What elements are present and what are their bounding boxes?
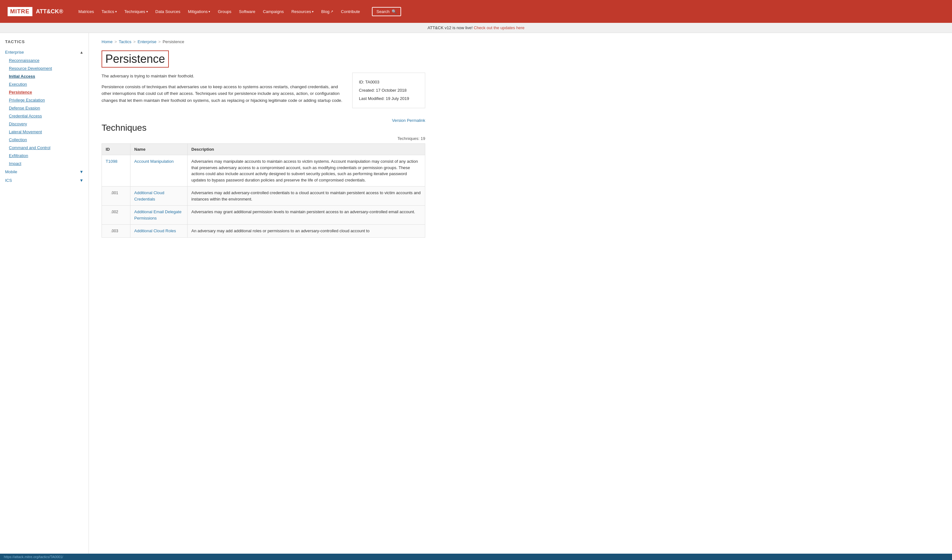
sub-technique-name-link[interactable]: Additional Cloud Roles: [134, 228, 176, 233]
sub-technique-name: Additional Cloud Roles: [130, 225, 187, 238]
nav-resources[interactable]: Resources ▾: [288, 7, 317, 16]
nav-blog[interactable]: Blog ↗: [318, 7, 336, 16]
sub-technique-name-link[interactable]: Additional Email Delegate Permissions: [134, 210, 181, 221]
sub-id-label: .001: [106, 191, 118, 195]
content-body: The adversary is trying to maintain thei…: [102, 73, 425, 108]
sub-technique-desc: An adversary may add additional roles or…: [187, 225, 425, 238]
sub-technique-desc: Adversaries may grant additional permiss…: [187, 205, 425, 225]
sidebar-item-reconnaissance[interactable]: Reconnaissance: [0, 57, 88, 65]
tagline: The adversary is trying to maintain thei…: [102, 73, 343, 80]
ics-chevron: ▼: [79, 178, 83, 183]
mitigations-arrow: ▾: [209, 10, 210, 13]
logo-mitre: MITRE: [8, 7, 32, 16]
sidebar-item-discovery[interactable]: Discovery: [0, 120, 88, 128]
sidebar-item-initial-access[interactable]: Initial Access: [0, 73, 88, 80]
sidebar: TACTICS Enterprise ▲ Reconnaissance Reso…: [0, 33, 89, 560]
nav-matrices[interactable]: Matrices: [75, 7, 97, 16]
technique-desc: Adversaries may manipulate accounts to m…: [187, 155, 425, 187]
col-header-name: Name: [130, 144, 187, 155]
announcement-text: ATT&CK v12 is now live!: [427, 25, 473, 30]
info-created: Created: 17 October 2018: [359, 86, 419, 94]
ics-label: ICS: [5, 178, 12, 183]
techniques-table: ID Name Description T1098 Account Manipu…: [102, 143, 425, 238]
sidebar-item-privilege-escalation[interactable]: Privilege Escalation: [0, 96, 88, 104]
sidebar-item-persistence[interactable]: Persistence: [0, 88, 88, 96]
search-icon: 🔍: [392, 9, 397, 14]
nav-mitigations[interactable]: Mitigations ▾: [185, 7, 213, 16]
sub-id-label: .003: [106, 229, 118, 233]
breadcrumb-home[interactable]: Home: [102, 39, 113, 44]
sidebar-item-resource-development[interactable]: Resource Development: [0, 65, 88, 73]
breadcrumb-current: Persistence: [162, 39, 184, 44]
nav-techniques[interactable]: Techniques ▾: [121, 7, 151, 16]
techniques-heading: Techniques: [102, 123, 425, 133]
sidebar-item-command-and-control[interactable]: Command and Control: [0, 144, 88, 152]
table-row: T1098 Account Manipulation Adversaries m…: [102, 155, 425, 187]
sidebar-item-lateral-movement[interactable]: Lateral Movement: [0, 128, 88, 136]
sub-technique-name: Additional Cloud Credentials: [130, 187, 187, 205]
version-permalink-link[interactable]: Version Permalink: [392, 118, 425, 123]
breadcrumb-sep-3: >: [158, 39, 161, 44]
table-row: .001 Additional Cloud Credentials Advers…: [102, 187, 425, 205]
enterprise-label: Enterprise: [5, 50, 24, 55]
breadcrumb-sep-1: >: [114, 39, 117, 44]
breadcrumb: Home > Tactics > Enterprise > Persistenc…: [102, 39, 425, 44]
sidebar-mobile-header[interactable]: Mobile ▼: [0, 168, 88, 176]
nav-software[interactable]: Software: [236, 7, 258, 16]
nav-tactics[interactable]: Tactics ▾: [98, 7, 120, 16]
table-row: .003 Additional Cloud Roles An adversary…: [102, 225, 425, 238]
techniques-arrow: ▾: [146, 10, 148, 13]
nav-contribute[interactable]: Contribute: [338, 7, 363, 16]
sub-technique-id: .003: [102, 225, 130, 238]
announcement-link[interactable]: Check out the updates here: [474, 25, 525, 30]
table-row: .002 Additional Email Delegate Permissio…: [102, 205, 425, 225]
info-modified: Last Modified: 19 July 2019: [359, 94, 419, 103]
technique-id: T1098: [102, 155, 130, 187]
sub-technique-name-link[interactable]: Additional Cloud Credentials: [134, 190, 164, 202]
page-title: Persistence: [105, 52, 165, 66]
site-header: MITRE ATT&CK® Matrices Tactics ▾ Techniq…: [0, 0, 952, 23]
sidebar-item-exfiltration[interactable]: Exfiltration: [0, 152, 88, 160]
nav-groups[interactable]: Groups: [215, 7, 235, 16]
sidebar-item-impact[interactable]: Impact: [0, 160, 88, 168]
sub-technique-id: .002: [102, 205, 130, 225]
tactics-arrow: ▾: [115, 10, 117, 13]
announcement-bar: ATT&CK v12 is now live! Check out the up…: [0, 23, 952, 33]
mobile-label: Mobile: [5, 170, 17, 174]
sub-id-label: .002: [106, 210, 118, 214]
technique-id-link[interactable]: T1098: [106, 159, 117, 164]
content-description: The adversary is trying to maintain thei…: [102, 73, 343, 108]
sidebar-item-collection[interactable]: Collection: [0, 136, 88, 144]
page-title-container: Persistence: [102, 51, 169, 68]
main-layout: TACTICS Enterprise ▲ Reconnaissance Reso…: [0, 33, 952, 560]
sidebar-item-credential-access[interactable]: Credential Access: [0, 112, 88, 120]
breadcrumb-enterprise[interactable]: Enterprise: [138, 39, 156, 44]
breadcrumb-tactics[interactable]: Tactics: [119, 39, 131, 44]
status-bar: https://attack.mitre.org/tactics/TA0001/: [0, 554, 952, 560]
logo-attck: ATT&CK®: [32, 7, 66, 16]
sidebar-ics-header[interactable]: ICS ▼: [0, 176, 88, 185]
enterprise-chevron: ▲: [80, 50, 83, 55]
search-label: Search: [376, 9, 389, 14]
nav-data-sources[interactable]: Data Sources: [152, 7, 184, 16]
col-header-desc: Description: [187, 144, 425, 155]
nav-campaigns[interactable]: Campaigns: [260, 7, 287, 16]
sidebar-item-execution[interactable]: Execution: [0, 80, 88, 88]
external-link-icon: ↗: [330, 9, 333, 14]
col-header-id: ID: [102, 144, 130, 155]
info-box: ID: TA0003 Created: 17 October 2018 Last…: [352, 73, 425, 108]
sub-technique-desc: Adversaries may add adversary-controlled…: [187, 187, 425, 205]
main-content: Home > Tactics > Enterprise > Persistenc…: [89, 33, 438, 560]
technique-name: Account Manipulation: [130, 155, 187, 187]
breadcrumb-sep-2: >: [133, 39, 136, 44]
sidebar-enterprise-header[interactable]: Enterprise ▲: [0, 48, 88, 57]
sub-technique-name: Additional Email Delegate Permissions: [130, 205, 187, 225]
search-box[interactable]: Search 🔍: [372, 7, 401, 16]
main-nav: Matrices Tactics ▾ Techniques ▾ Data Sou…: [75, 7, 363, 16]
technique-name-link[interactable]: Account Manipulation: [134, 159, 173, 164]
logo[interactable]: MITRE ATT&CK®: [8, 7, 66, 16]
version-permalink-container: Version Permalink: [102, 118, 425, 123]
sidebar-item-defense-evasion[interactable]: Defense Evasion: [0, 104, 88, 112]
description: Persistence consists of techniques that …: [102, 83, 343, 104]
sub-technique-id: .001: [102, 187, 130, 205]
